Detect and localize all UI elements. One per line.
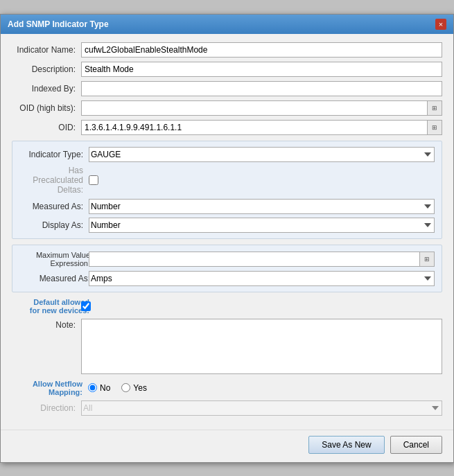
- direction-row: Direction: All Inbound Outbound: [12, 400, 442, 416]
- note-label: Note:: [12, 319, 81, 330]
- has-precalc-label: Has PrecalculatedDeltas:: [19, 166, 89, 195]
- netflow-yes-label[interactable]: Yes: [121, 383, 147, 393]
- indexed-by-label: Indexed By:: [12, 84, 81, 94]
- oid-high-bits-input[interactable]: [81, 100, 427, 116]
- indicator-name-input[interactable]: [81, 42, 442, 58]
- direction-select[interactable]: All Inbound Outbound: [81, 400, 442, 416]
- measured-as-row-2: Measured As: Number Percentage Bytes Amp…: [19, 271, 435, 286]
- oid-high-bits-browse-button[interactable]: ⊞: [427, 100, 442, 116]
- display-as-label: Display As:: [19, 220, 89, 230]
- default-allowed-checkbox[interactable]: [81, 301, 91, 311]
- max-value-section: Maximum ValueExpression: ⊞ Measured As: …: [12, 245, 442, 292]
- add-snmp-dialog: Add SNMP Indicator Type × Indicator Name…: [0, 14, 454, 463]
- oid-field: ⊞: [81, 120, 442, 135]
- note-textarea[interactable]: [81, 319, 442, 374]
- oid-label: OID:: [12, 123, 81, 132]
- close-button[interactable]: ×: [435, 19, 446, 30]
- indicator-name-row: Indicator Name:: [12, 42, 442, 58]
- save-as-new-button[interactable]: Save As New: [308, 436, 384, 454]
- max-value-field: ⊞: [89, 252, 435, 267]
- grid-icon-max: ⊞: [424, 256, 430, 263]
- netflow-no-label[interactable]: No: [88, 383, 110, 393]
- oid-browse-button[interactable]: ⊞: [427, 120, 442, 135]
- display-as-row: Display As: Number Percentage Bytes Amps: [19, 218, 435, 233]
- max-value-input[interactable]: [89, 252, 419, 267]
- measured-as-select-1[interactable]: Number Percentage Bytes Amps: [89, 199, 435, 214]
- dialog-title: Add SNMP Indicator Type: [8, 19, 109, 29]
- description-row: Description:: [12, 62, 442, 77]
- description-input[interactable]: [81, 62, 442, 77]
- oid-input[interactable]: [81, 120, 427, 135]
- allow-netflow-row: Allow NetflowMapping: No Yes: [12, 380, 442, 396]
- measured-as-row-1: Measured As: Number Percentage Bytes Amp…: [19, 199, 435, 214]
- grid-icon-oid: ⊞: [432, 124, 437, 131]
- allow-netflow-label: Allow NetflowMapping:: [12, 380, 88, 396]
- netflow-no-text: No: [100, 383, 110, 393]
- oid-high-bits-label: OID (high bits):: [12, 103, 81, 113]
- netflow-yes-radio[interactable]: [121, 383, 130, 392]
- allow-netflow-radios: No Yes: [88, 383, 147, 393]
- max-value-label: Maximum ValueExpression:: [19, 251, 96, 267]
- has-precalc-row: Has PrecalculatedDeltas:: [19, 166, 435, 195]
- indicator-type-select[interactable]: GAUGE COUNTER INTEGER STRING: [89, 147, 435, 162]
- oid-high-bits-field: ⊞: [81, 100, 442, 116]
- measured-as-label-2: Measured As:: [19, 274, 96, 283]
- indexed-by-input[interactable]: [81, 81, 442, 96]
- netflow-no-radio[interactable]: [88, 383, 97, 392]
- max-value-row: Maximum ValueExpression: ⊞: [19, 251, 435, 267]
- dialog-body: Indicator Name: Description: Indexed By:…: [1, 34, 453, 427]
- indicator-name-label: Indicator Name:: [12, 45, 81, 55]
- max-value-browse-button[interactable]: ⊞: [419, 252, 435, 267]
- oid-high-bits-row: OID (high bits): ⊞: [12, 100, 442, 116]
- indicator-type-row: Indicator Type: GAUGE COUNTER INTEGER ST…: [19, 147, 435, 162]
- direction-label: Direction:: [12, 403, 81, 413]
- indicator-type-section: Indicator Type: GAUGE COUNTER INTEGER ST…: [12, 141, 442, 239]
- cancel-button[interactable]: Cancel: [390, 436, 442, 454]
- has-precalc-checkbox[interactable]: [89, 175, 98, 185]
- indexed-by-row: Indexed By:: [12, 81, 442, 96]
- grid-icon: ⊞: [432, 105, 437, 112]
- description-label: Description:: [12, 64, 81, 74]
- indicator-type-label: Indicator Type:: [19, 150, 89, 159]
- oid-row: OID: ⊞: [12, 120, 442, 135]
- dialog-footer: Save As New Cancel: [1, 430, 453, 462]
- measured-as-select-2[interactable]: Number Percentage Bytes Amps: [89, 271, 435, 286]
- display-as-select[interactable]: Number Percentage Bytes Amps: [89, 218, 435, 233]
- measured-as-label-1: Measured As:: [19, 202, 89, 211]
- note-row: Note:: [12, 319, 442, 374]
- netflow-yes-text: Yes: [133, 383, 147, 393]
- default-allowed-row: Default allowedfor new devices:: [12, 298, 442, 315]
- dialog-titlebar: Add SNMP Indicator Type ×: [1, 15, 453, 34]
